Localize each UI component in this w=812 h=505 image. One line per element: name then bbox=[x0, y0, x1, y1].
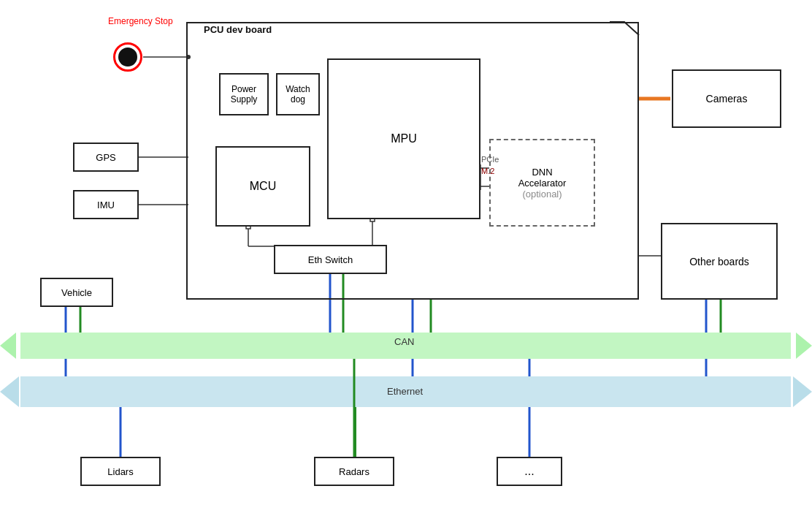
radars-box: Radars bbox=[314, 457, 394, 486]
dots-box: ... bbox=[497, 457, 562, 486]
eth-switch-label: Eth Switch bbox=[308, 254, 353, 265]
pcu-board-label: PCU dev board bbox=[201, 24, 275, 35]
emergency-stop-label: Emergency Stop bbox=[108, 16, 173, 26]
vehicle-box: Vehicle bbox=[40, 278, 113, 307]
can-bus-arrow-right bbox=[796, 333, 812, 359]
imu-box: IMU bbox=[73, 190, 139, 219]
pcie-label: PCIe bbox=[481, 155, 499, 164]
can-bus-arrow-left bbox=[0, 333, 16, 359]
eth-switch-box: Eth Switch bbox=[274, 245, 387, 274]
ethernet-bus-arrow-left bbox=[0, 376, 19, 407]
cameras-box: Cameras bbox=[672, 69, 781, 128]
other-boards-label: Other boards bbox=[689, 256, 749, 267]
m2-label: M.2 bbox=[481, 167, 494, 175]
ethernet-bus-arrow-right bbox=[793, 376, 812, 407]
watchdog-box: Watch dog bbox=[276, 73, 320, 115]
dnn-label: DNNAccelarator(optional) bbox=[518, 167, 567, 200]
power-supply-box: Power Supply bbox=[219, 73, 269, 115]
lidars-box: Lidars bbox=[80, 457, 161, 486]
other-boards-box: Other boards bbox=[661, 223, 778, 300]
emergency-stop-button[interactable] bbox=[113, 42, 142, 72]
diagram: CAN Ethernet bbox=[0, 0, 812, 505]
dots-label: ... bbox=[524, 465, 534, 478]
gps-label: GPS bbox=[96, 152, 115, 163]
can-label: CAN bbox=[394, 336, 414, 347]
mpu-label: MPU bbox=[391, 132, 417, 145]
mcu-label: MCU bbox=[250, 180, 276, 193]
gps-box: GPS bbox=[73, 143, 139, 172]
emergency-stop-inner bbox=[118, 48, 137, 67]
vehicle-label: Vehicle bbox=[61, 287, 92, 298]
cameras-label: Cameras bbox=[706, 93, 748, 105]
mcu-box: MCU bbox=[215, 146, 310, 227]
dnn-box: DNNAccelarator(optional) bbox=[489, 139, 595, 227]
radars-label: Radars bbox=[339, 466, 369, 477]
lidars-label: Lidars bbox=[107, 466, 133, 477]
mpu-box: MPU bbox=[327, 58, 480, 219]
ethernet-label: Ethernet bbox=[387, 386, 423, 397]
imu-label: IMU bbox=[97, 200, 115, 210]
